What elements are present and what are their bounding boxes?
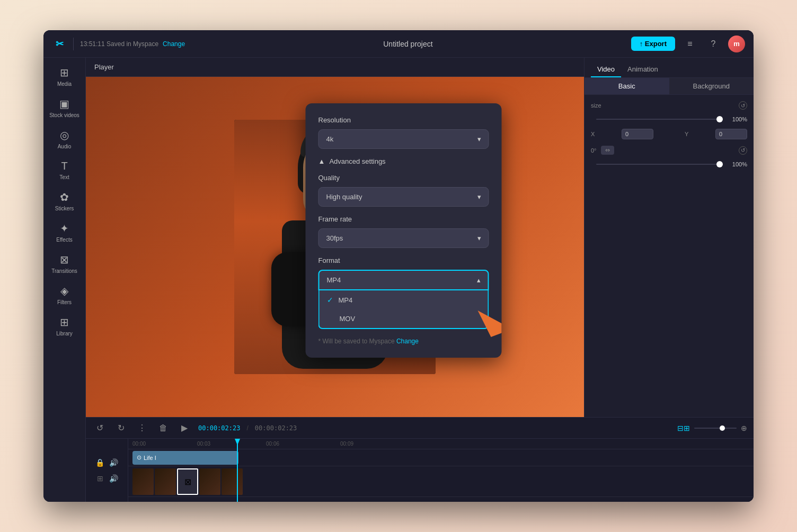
user-avatar[interactable]: m [728, 36, 745, 52]
help-icon[interactable]: ? [705, 36, 722, 52]
video-track-row: ⊙ Life I [128, 449, 754, 466]
sidebar-item-text[interactable]: T Text [46, 156, 83, 184]
center-area: Player [86, 58, 754, 502]
resolution-label: Resolution [318, 116, 489, 124]
image-clip-4[interactable] [222, 468, 243, 495]
sidebar-item-audio[interactable]: ◎ Audio [46, 125, 83, 154]
opacity-slider-thumb [716, 161, 723, 167]
section-basic[interactable]: Basic [585, 78, 669, 94]
video-clip-label: Life I [144, 455, 156, 461]
image-clip-center[interactable]: ⊠ [177, 468, 198, 495]
size-property-row: size ↺ [591, 101, 747, 110]
footer-change-link[interactable]: Change [396, 338, 419, 345]
player-section: Player [86, 58, 584, 417]
zoom-out-icon[interactable]: ⊕ [741, 424, 747, 432]
orange-cursor-container [475, 308, 502, 347]
effects-icon: ✦ [60, 222, 69, 235]
image-track-row: ⊠ [128, 466, 754, 497]
framerate-label: Frame rate [318, 215, 489, 223]
footer-text: * Will be saved to Myspace [318, 338, 395, 345]
audio-icon: ◎ [60, 129, 69, 141]
quality-select[interactable]: High quality ▾ [318, 187, 489, 207]
size-slider[interactable] [596, 119, 723, 120]
track-lock-icon[interactable]: 🔒 [94, 457, 106, 468]
tab-video[interactable]: Video [591, 62, 621, 77]
x-input[interactable] [622, 129, 653, 139]
text-icon: T [61, 160, 67, 172]
section-background[interactable]: Background [669, 78, 754, 94]
timeline-toolbar: ↺ ↻ ⋮ 🗑 ▶ 00:00:02:23 / 00:00:02:23 ⊟⊞ ⊕ [86, 418, 754, 439]
timeline-content: 🔒 🔊 ⊞ 🔊 00:00 00:03 00:06 [86, 439, 754, 502]
framerate-chevron-icon: ▾ [477, 234, 481, 242]
current-time: 00:00:02:23 [198, 424, 240, 432]
format-label: Format [318, 256, 489, 264]
framerate-select[interactable]: 30fps ▾ [318, 228, 489, 248]
redo-button[interactable]: ↻ [113, 421, 128, 436]
format-option-mp4[interactable]: ✓ MP4 [320, 290, 488, 309]
track-image-mute-icon[interactable]: 🔊 [108, 473, 120, 484]
x-label: X [591, 131, 595, 137]
stickers-icon: ✿ [60, 191, 69, 203]
size-value: 100% [728, 116, 747, 122]
save-info: 13:51:11 Saved in Myspace Change [80, 40, 185, 48]
advanced-settings-toggle[interactable]: ▲ Advanced settings [318, 157, 489, 165]
rotation-reset-icon[interactable]: ↺ [739, 146, 747, 155]
sidebar-item-transitions[interactable]: ⊠ Transitions [46, 249, 83, 278]
tab-animation[interactable]: Animation [621, 62, 665, 77]
sidebar-label-filters: Filters [57, 299, 72, 305]
sidebar-item-stickers[interactable]: ✿ Stickers [46, 187, 83, 216]
right-panel-tabs: Video Animation [585, 58, 754, 78]
menu-icon[interactable]: ≡ [681, 36, 698, 52]
image-clip-thumb-1 [132, 468, 154, 495]
ruler-mark-3: 00:03 [197, 441, 210, 447]
total-time: 00:00:02:23 [255, 424, 297, 432]
flip-h-btn[interactable]: ⇔ [601, 146, 614, 155]
media-icon: ⊞ [60, 66, 69, 79]
size-reset-icon[interactable]: ↺ [739, 101, 747, 110]
format-select[interactable]: MP4 ▴ [318, 270, 489, 290]
image-clip-1[interactable] [132, 468, 154, 495]
export-button[interactable]: ↑ Export [631, 37, 675, 51]
split-button[interactable]: ⋮ [135, 421, 149, 436]
resolution-select[interactable]: 4k ▾ [318, 129, 489, 149]
image-clip-center-icon: ⊠ [184, 477, 191, 487]
right-panel-content: size ↺ 100% X [585, 95, 754, 417]
opacity-slider[interactable] [596, 164, 723, 165]
resolution-chevron-icon: ▾ [477, 135, 481, 143]
flip-controls: ⇔ [601, 146, 614, 155]
export-dialog: Resolution 4k ▾ ▲ Advanced settings Qual… [306, 103, 502, 358]
track-mute-icon[interactable]: 🔊 [108, 457, 120, 468]
dialog-footer: * Will be saved to Myspace Change [318, 338, 489, 345]
format-chevron-up-icon: ▴ [477, 276, 481, 284]
timeline-tracks: 00:00 00:03 00:06 00:09 ⊙ Life [128, 439, 754, 502]
library-icon: ⊞ [60, 316, 69, 329]
delete-button[interactable]: 🗑 [156, 421, 171, 436]
image-clip-3[interactable] [199, 468, 220, 495]
y-label: Y [685, 131, 688, 137]
sidebar-label-stickers: Stickers [55, 206, 74, 211]
right-panel: Video Animation Basic Background size ↺ [584, 58, 754, 417]
y-input[interactable] [715, 129, 747, 139]
sidebar-item-stock-videos[interactable]: ▣ Stock videos [46, 93, 83, 122]
sidebar-item-media[interactable]: ⊞ Media [46, 62, 83, 91]
size-slider-thumb [716, 116, 723, 122]
format-option-mp4-label: MP4 [339, 296, 353, 304]
track-image-icon[interactable]: ⊞ [94, 473, 106, 484]
opacity-value: 100% [728, 161, 747, 167]
project-title: Untitled project [185, 40, 631, 48]
size-reset-controls: ↺ [739, 101, 747, 110]
sidebar-label-effects: Effects [56, 237, 72, 243]
sidebar-item-filters[interactable]: ◈ Filters [46, 280, 83, 309]
play-button[interactable]: ▶ [177, 421, 192, 436]
save-change-link[interactable]: Change [163, 40, 185, 48]
video-clip[interactable]: ⊙ Life I [132, 451, 238, 465]
sidebar-item-effects[interactable]: ✦ Effects [46, 218, 83, 247]
undo-button[interactable]: ↺ [92, 421, 107, 436]
format-option-mov[interactable]: MOV [320, 309, 488, 328]
filters-icon: ◈ [60, 285, 68, 297]
sidebar-item-library[interactable]: ⊞ Library [46, 312, 83, 341]
player-title: Player [94, 63, 114, 71]
track-control-video: 🔒 🔊 [90, 457, 123, 468]
image-clip-2[interactable] [155, 468, 176, 495]
timeline-zoom-slider[interactable] [694, 428, 737, 429]
